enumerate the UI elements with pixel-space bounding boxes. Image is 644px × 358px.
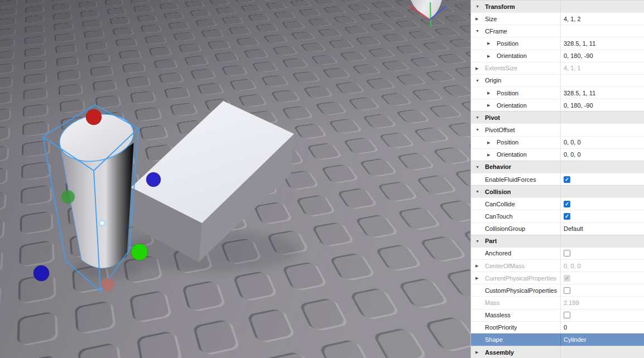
property-row-cframe[interactable]: ▼CFrame <box>471 25 644 37</box>
property-value[interactable] <box>561 198 644 210</box>
checkbox[interactable] <box>564 312 570 318</box>
property-value[interactable] <box>561 210 644 222</box>
property-row-extentssize[interactable]: ▶ExtentsSize4, 1, 1 <box>471 62 644 74</box>
expand-arrow-icon[interactable]: ▶ <box>487 153 497 157</box>
property-row-enablefluidforces[interactable]: EnableFluidForces <box>471 173 644 185</box>
3d-viewport[interactable] <box>0 0 470 358</box>
property-row-rootpriority[interactable]: RootPriority0 <box>471 321 644 333</box>
collapse-arrow-icon[interactable]: ▼ <box>475 4 485 8</box>
property-value-text: 4, 1, 2 <box>564 16 581 22</box>
property-value[interactable]: 0, 180, -90 <box>561 50 644 62</box>
collapse-arrow-icon[interactable]: ▼ <box>475 239 485 243</box>
property-row-shape[interactable]: ShapeCylinder <box>471 333 644 346</box>
property-value[interactable]: 4, 1, 2 <box>561 13 644 25</box>
property-row-mass[interactable]: Mass2.199 <box>471 296 644 308</box>
scale-handle-bottom-left[interactable] <box>33 265 49 281</box>
property-value[interactable]: 0, 0, 0 <box>561 149 644 161</box>
collapse-arrow-icon[interactable]: ▼ <box>475 165 485 169</box>
expand-arrow-icon[interactable]: ▶ <box>475 264 485 268</box>
collapse-arrow-icon[interactable]: ▼ <box>475 115 485 119</box>
property-value[interactable]: Default <box>561 223 644 235</box>
section-header-assembly[interactable]: ▶Assembly <box>471 346 644 358</box>
expand-arrow-icon[interactable]: ▶ <box>475 66 485 70</box>
property-row-cantouch[interactable]: CanTouch <box>471 210 644 222</box>
collapse-arrow-icon[interactable]: ▼ <box>475 128 485 132</box>
section-header-transform[interactable]: ▼Transform <box>471 0 644 12</box>
property-value[interactable]: 328.5, 1, 11 <box>561 37 644 49</box>
checkbox[interactable] <box>564 287 570 294</box>
center-handle[interactable] <box>100 221 104 225</box>
property-row-orientation[interactable]: ▶Orientation0, 180, -90 <box>471 50 644 62</box>
property-value[interactable] <box>561 248 644 259</box>
expand-arrow-icon[interactable]: ▶ <box>475 17 485 21</box>
property-label: Massless <box>485 312 511 318</box>
property-label: CenterOfMass <box>485 263 525 269</box>
property-value[interactable] <box>561 124 644 136</box>
property-value[interactable] <box>561 75 644 86</box>
property-value <box>561 235 644 247</box>
section-label: Assembly <box>485 349 514 356</box>
section-label: Collision <box>485 188 511 195</box>
section-header-collision[interactable]: ▼Collision <box>471 185 644 197</box>
expand-arrow-icon[interactable]: ▶ <box>487 103 497 107</box>
property-row-currentphysicalproperties[interactable]: ▶CurrentPhysicalProperties <box>471 272 644 284</box>
expand-arrow-icon[interactable]: ▶ <box>487 141 497 144</box>
property-label: Position <box>497 139 518 146</box>
property-value[interactable]: 0, 0, 0 <box>561 137 644 148</box>
property-row-anchored[interactable]: Anchored <box>471 247 644 259</box>
name-cell: ▼Pivot <box>471 112 561 123</box>
expand-arrow-icon[interactable]: ▶ <box>475 276 485 280</box>
expand-arrow-icon[interactable]: ▶ <box>487 91 497 95</box>
checkbox[interactable] <box>564 275 570 282</box>
name-cell: ▶Size <box>471 13 561 25</box>
scale-handle-right[interactable] <box>146 172 161 187</box>
collapse-arrow-icon[interactable]: ▼ <box>475 190 485 193</box>
property-label: CollisionGroup <box>485 225 525 232</box>
section-header-pivot[interactable]: ▼Pivot <box>471 111 644 123</box>
property-value[interactable]: 2.199 <box>561 297 644 308</box>
expand-arrow-icon[interactable]: ▶ <box>475 350 485 354</box>
scale-handle-left[interactable] <box>61 190 75 204</box>
checkbox[interactable] <box>564 176 570 183</box>
expand-arrow-icon[interactable]: ▶ <box>487 54 497 58</box>
property-row-position[interactable]: ▶Position328.5, 1, 11 <box>471 86 644 99</box>
property-row-centerofmass[interactable]: ▶CenterOfMass0, 0, 0 <box>471 259 644 272</box>
axis-y-arrow[interactable] <box>430 3 431 27</box>
property-value[interactable] <box>561 309 644 321</box>
checkbox[interactable] <box>564 201 570 207</box>
property-row-orientation[interactable]: ▶Orientation0, 0, 0 <box>471 148 644 161</box>
property-value[interactable]: 4, 1, 1 <box>561 62 644 74</box>
property-row-origin[interactable]: ▼Origin <box>471 74 644 86</box>
property-row-position[interactable]: ▶Position328.5, 1, 11 <box>471 37 644 49</box>
property-value-text: 0, 0, 0 <box>564 139 581 146</box>
scale-handle-bottom[interactable] <box>101 278 114 291</box>
property-value[interactable]: 0, 0, 0 <box>561 260 644 272</box>
property-row-size[interactable]: ▶Size4, 1, 2 <box>471 12 644 25</box>
property-row-orientation[interactable]: ▶Orientation0, 180, -90 <box>471 99 644 111</box>
property-row-massless[interactable]: Massless <box>471 309 644 321</box>
property-row-position[interactable]: ▶Position0, 0, 0 <box>471 136 644 148</box>
collapse-arrow-icon[interactable]: ▼ <box>475 79 485 83</box>
property-row-customphysicalproperties[interactable]: CustomPhysicalProperties <box>471 284 644 296</box>
property-value[interactable]: 0 <box>561 322 644 333</box>
property-row-collisiongroup[interactable]: CollisionGroupDefault <box>471 222 644 235</box>
section-header-part[interactable]: ▼Part <box>471 235 644 247</box>
property-value[interactable] <box>561 25 644 37</box>
expand-arrow-icon[interactable]: ▶ <box>487 41 497 45</box>
3d-scene <box>0 0 470 358</box>
scale-handle-top[interactable] <box>86 109 102 125</box>
property-value[interactable]: 0, 180, -90 <box>561 99 644 111</box>
property-value[interactable] <box>561 272 644 284</box>
property-value[interactable]: Cylinder <box>561 334 644 346</box>
property-value[interactable] <box>561 284 644 296</box>
collapse-arrow-icon[interactable]: ▼ <box>475 29 485 33</box>
checkbox[interactable] <box>564 213 570 220</box>
property-label: Shape <box>485 336 503 343</box>
property-value[interactable]: 328.5, 1, 11 <box>561 87 644 99</box>
property-row-pivotoffset[interactable]: ▼PivotOffset <box>471 123 644 136</box>
section-header-behavior[interactable]: ▼Behavior <box>471 161 644 173</box>
checkbox[interactable] <box>564 250 570 257</box>
scale-handle-front[interactable] <box>131 244 148 260</box>
property-row-cancollide[interactable]: CanCollide <box>471 197 644 210</box>
property-value[interactable] <box>561 173 644 185</box>
